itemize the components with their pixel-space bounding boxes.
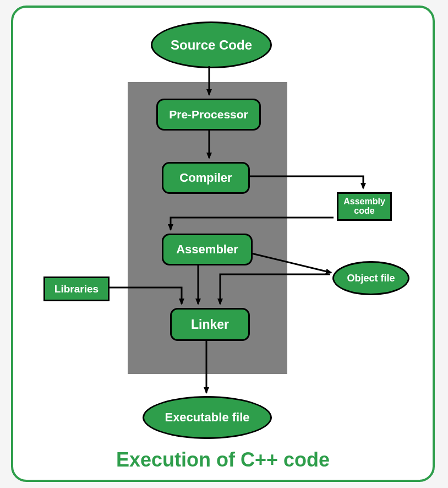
node-object-file: Object file (332, 261, 409, 295)
diagram-frame: Source Code Pre-Processor Compiler Assem… (11, 6, 435, 482)
node-assembler: Assembler (162, 234, 253, 265)
node-source-code: Source Code (151, 21, 272, 68)
diagram-title: Execution of C++ code (13, 448, 433, 471)
node-executable-file: Executable file (143, 396, 272, 439)
node-assembly-code: Assembly code (337, 192, 392, 221)
node-preprocessor: Pre-Processor (156, 99, 261, 131)
node-linker: Linker (170, 308, 250, 341)
node-compiler: Compiler (162, 162, 250, 194)
node-libraries: Libraries (43, 276, 110, 301)
